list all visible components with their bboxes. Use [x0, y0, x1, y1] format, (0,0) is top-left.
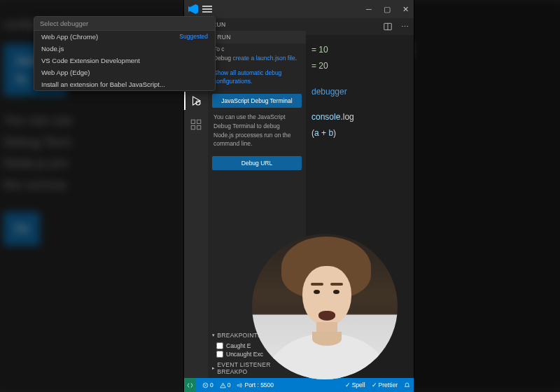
run-debug-icon[interactable] [189, 94, 203, 108]
dropdown-title: Select debugger [34, 17, 215, 31]
hamburger-menu-icon[interactable] [202, 8, 212, 10]
create-launch-link[interactable]: create a launch.json file [232, 55, 295, 62]
title-bar: ─ ▢ ✕ [184, 0, 414, 18]
debugger-option[interactable]: Install an extension for Babel JavaScrip… [34, 78, 215, 90]
minimize-button[interactable]: ─ [365, 5, 373, 13]
maximize-button[interactable]: ▢ [383, 5, 391, 13]
close-button[interactable]: ✕ [401, 5, 410, 13]
run-help-text: To c Debug create a launch.json file. [208, 43, 306, 67]
editor-tabbar: ⋯ [306, 18, 414, 35]
warnings-indicator[interactable]: 0 [220, 382, 231, 388]
errors-indicator[interactable]: 0 [202, 382, 214, 388]
extensions-icon[interactable] [189, 118, 203, 132]
svg-point-19 [238, 384, 239, 386]
debugger-option[interactable]: Node.js [34, 43, 215, 55]
bg-text: Node.js pro [4, 153, 178, 174]
bg-button: De [4, 212, 40, 245]
vscode-logo-icon [188, 4, 198, 14]
show-auto-config-link[interactable]: Show all automatic debug configurations. [214, 69, 281, 85]
panel-header: RUN [208, 18, 306, 31]
status-bar: 0 0 Port : 5500 ✓ Spell ✓ Prettier [184, 378, 414, 392]
svg-rect-11 [191, 126, 195, 130]
run-section-label[interactable]: RUN [217, 34, 230, 41]
select-debugger-dropdown: Select debugger Web App (Chrome)Suggeste… [34, 16, 216, 91]
split-editor-icon[interactable] [383, 22, 393, 31]
uncaught-checkbox[interactable] [216, 351, 223, 358]
notifications-icon[interactable] [404, 382, 410, 388]
bg-text: Debug Term [4, 132, 178, 153]
bg-text: the comma [4, 174, 178, 196]
debugger-option[interactable]: Web App (Chrome)Suggested [34, 31, 215, 43]
debugger-option[interactable]: Web App (Edge) [34, 66, 215, 78]
presenter-webcam [252, 234, 398, 379]
breakpoints-section[interactable]: BREAKPOINTS [217, 332, 262, 339]
svg-rect-12 [197, 126, 201, 130]
remote-indicator[interactable] [184, 378, 196, 392]
caught-checkbox[interactable] [216, 342, 223, 349]
debugger-option[interactable]: VS Code Extension Development [34, 55, 215, 66]
more-actions-icon[interactable]: ⋯ [400, 22, 410, 31]
spell-check-status[interactable]: ✓ Spell [345, 382, 365, 388]
bg-text: You can use [4, 110, 178, 132]
svg-rect-9 [191, 120, 195, 123]
debug-url-button[interactable]: Debug URL [212, 156, 302, 170]
js-debug-terminal-button[interactable]: JavaScript Debug Terminal [212, 94, 302, 108]
svg-rect-10 [197, 120, 201, 123]
live-server-port[interactable]: Port : 5500 [237, 382, 274, 388]
prettier-status[interactable]: ✓ Prettier [372, 382, 398, 388]
terminal-help-text: You can use the JavaScript Debug Termina… [208, 111, 306, 153]
